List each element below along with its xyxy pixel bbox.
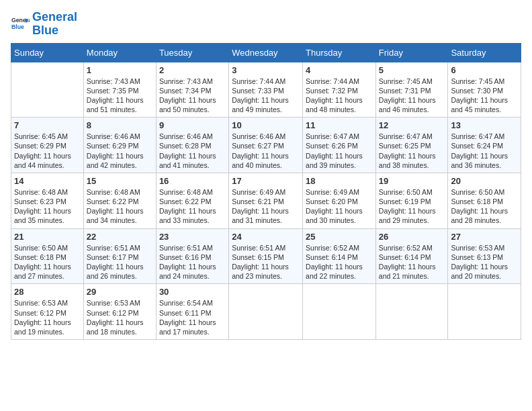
svg-text:Blue: Blue	[11, 24, 24, 30]
day-number: 14	[14, 176, 81, 186]
day-info: Sunrise: 6:46 AMSunset: 6:27 PMDaylight:…	[232, 132, 300, 170]
header-cell-friday: Friday	[375, 43, 448, 62]
day-number: 29	[87, 287, 153, 297]
day-info: Sunrise: 6:47 AMSunset: 6:25 PMDaylight:…	[379, 132, 445, 170]
header-cell-saturday: Saturday	[448, 43, 521, 62]
day-info: Sunrise: 6:53 AMSunset: 6:13 PMDaylight:…	[451, 243, 518, 281]
day-cell: 17Sunrise: 6:49 AMSunset: 6:21 PMDayligh…	[229, 173, 303, 228]
day-cell: 10Sunrise: 6:46 AMSunset: 6:27 PMDayligh…	[229, 118, 303, 173]
day-info: Sunrise: 6:52 AMSunset: 6:14 PMDaylight:…	[379, 243, 445, 281]
day-number: 4	[306, 65, 373, 75]
day-cell: 3Sunrise: 7:44 AMSunset: 7:33 PMDaylight…	[229, 62, 303, 118]
day-number: 28	[14, 287, 81, 297]
header-cell-tuesday: Tuesday	[156, 43, 228, 62]
day-cell: 9Sunrise: 6:46 AMSunset: 6:28 PMDaylight…	[156, 118, 228, 173]
day-info: Sunrise: 6:46 AMSunset: 6:29 PMDaylight:…	[87, 132, 153, 170]
day-number: 1	[87, 65, 153, 75]
calendar-body: 1Sunrise: 7:43 AMSunset: 7:35 PMDaylight…	[11, 62, 521, 339]
day-cell: 12Sunrise: 6:47 AMSunset: 6:25 PMDayligh…	[375, 118, 448, 173]
day-info: Sunrise: 6:48 AMSunset: 6:23 PMDaylight:…	[14, 187, 81, 226]
day-number: 26	[379, 232, 445, 242]
day-info: Sunrise: 6:51 AMSunset: 6:16 PMDaylight:…	[159, 243, 226, 281]
day-number: 7	[14, 120, 81, 130]
day-cell: 14Sunrise: 6:48 AMSunset: 6:23 PMDayligh…	[11, 173, 84, 228]
header-cell-wednesday: Wednesday	[229, 43, 303, 62]
day-info: Sunrise: 6:46 AMSunset: 6:28 PMDaylight:…	[159, 132, 226, 170]
logo: General Blue GeneralBlue	[11, 11, 77, 38]
header-cell-thursday: Thursday	[303, 43, 376, 62]
logo-icon: General Blue	[11, 15, 30, 34]
day-info: Sunrise: 6:47 AMSunset: 6:26 PMDaylight:…	[306, 132, 373, 170]
day-cell: 18Sunrise: 6:49 AMSunset: 6:20 PMDayligh…	[303, 173, 376, 228]
day-number: 16	[159, 176, 226, 186]
calendar-table: SundayMondayTuesdayWednesdayThursdayFrid…	[11, 43, 521, 340]
day-info: Sunrise: 6:53 AMSunset: 6:12 PMDaylight:…	[87, 298, 153, 336]
day-number: 22	[87, 232, 153, 242]
week-row-3: 14Sunrise: 6:48 AMSunset: 6:23 PMDayligh…	[11, 173, 521, 228]
day-number: 13	[451, 120, 518, 130]
header-row: SundayMondayTuesdayWednesdayThursdayFrid…	[11, 43, 521, 62]
day-info: Sunrise: 6:50 AMSunset: 6:19 PMDaylight:…	[379, 187, 445, 226]
day-info: Sunrise: 7:44 AMSunset: 7:33 PMDaylight:…	[232, 77, 300, 115]
day-cell: 19Sunrise: 6:50 AMSunset: 6:19 PMDayligh…	[375, 173, 448, 228]
day-cell: 29Sunrise: 6:53 AMSunset: 6:12 PMDayligh…	[83, 284, 156, 340]
day-cell: 5Sunrise: 7:45 AMSunset: 7:31 PMDaylight…	[375, 62, 448, 118]
day-number: 30	[159, 287, 226, 297]
day-cell: 20Sunrise: 6:50 AMSunset: 6:18 PMDayligh…	[448, 173, 521, 228]
day-cell: 16Sunrise: 6:48 AMSunset: 6:22 PMDayligh…	[156, 173, 228, 228]
day-cell: 26Sunrise: 6:52 AMSunset: 6:14 PMDayligh…	[375, 228, 448, 284]
day-number: 25	[306, 232, 373, 242]
day-info: Sunrise: 7:45 AMSunset: 7:30 PMDaylight:…	[451, 77, 518, 115]
day-number: 20	[451, 176, 518, 186]
day-info: Sunrise: 6:48 AMSunset: 6:22 PMDaylight:…	[87, 187, 153, 226]
day-cell: 11Sunrise: 6:47 AMSunset: 6:26 PMDayligh…	[303, 118, 376, 173]
day-info: Sunrise: 6:54 AMSunset: 6:11 PMDaylight:…	[159, 298, 226, 336]
day-number: 19	[379, 176, 445, 186]
day-info: Sunrise: 7:43 AMSunset: 7:35 PMDaylight:…	[87, 77, 153, 115]
day-cell	[11, 62, 84, 118]
day-number: 23	[159, 232, 226, 242]
day-cell	[448, 284, 521, 340]
day-info: Sunrise: 6:50 AMSunset: 6:18 PMDaylight:…	[451, 187, 518, 226]
day-info: Sunrise: 6:49 AMSunset: 6:20 PMDaylight:…	[306, 187, 373, 226]
day-cell: 28Sunrise: 6:53 AMSunset: 6:12 PMDayligh…	[11, 284, 84, 340]
day-info: Sunrise: 7:43 AMSunset: 7:34 PMDaylight:…	[159, 77, 226, 115]
day-cell: 8Sunrise: 6:46 AMSunset: 6:29 PMDaylight…	[83, 118, 156, 173]
day-info: Sunrise: 7:45 AMSunset: 7:31 PMDaylight:…	[379, 77, 445, 115]
week-row-2: 7Sunrise: 6:45 AMSunset: 6:29 PMDaylight…	[11, 118, 521, 173]
day-number: 10	[232, 120, 300, 130]
page-header: General Blue GeneralBlue	[11, 11, 521, 38]
day-info: Sunrise: 6:48 AMSunset: 6:22 PMDaylight:…	[159, 187, 226, 226]
day-cell: 25Sunrise: 6:52 AMSunset: 6:14 PMDayligh…	[303, 228, 376, 284]
header-cell-monday: Monday	[83, 43, 156, 62]
day-cell	[375, 284, 448, 340]
day-number: 12	[379, 120, 445, 130]
day-cell: 24Sunrise: 6:51 AMSunset: 6:15 PMDayligh…	[229, 228, 303, 284]
header-cell-sunday: Sunday	[11, 43, 84, 62]
day-info: Sunrise: 6:52 AMSunset: 6:14 PMDaylight:…	[306, 243, 373, 281]
day-cell: 30Sunrise: 6:54 AMSunset: 6:11 PMDayligh…	[156, 284, 228, 340]
day-info: Sunrise: 7:44 AMSunset: 7:32 PMDaylight:…	[306, 77, 373, 115]
day-info: Sunrise: 6:45 AMSunset: 6:29 PMDaylight:…	[14, 132, 81, 170]
day-number: 18	[306, 176, 373, 186]
day-info: Sunrise: 6:51 AMSunset: 6:15 PMDaylight:…	[232, 243, 300, 281]
day-info: Sunrise: 6:50 AMSunset: 6:18 PMDaylight:…	[14, 243, 81, 281]
day-cell: 15Sunrise: 6:48 AMSunset: 6:22 PMDayligh…	[83, 173, 156, 228]
day-cell: 27Sunrise: 6:53 AMSunset: 6:13 PMDayligh…	[448, 228, 521, 284]
week-row-1: 1Sunrise: 7:43 AMSunset: 7:35 PMDaylight…	[11, 62, 521, 118]
day-number: 6	[451, 65, 518, 75]
day-number: 24	[232, 232, 300, 242]
day-info: Sunrise: 6:47 AMSunset: 6:24 PMDaylight:…	[451, 132, 518, 170]
day-number: 17	[232, 176, 300, 186]
day-cell	[303, 284, 376, 340]
day-cell: 2Sunrise: 7:43 AMSunset: 7:34 PMDaylight…	[156, 62, 228, 118]
day-cell: 7Sunrise: 6:45 AMSunset: 6:29 PMDaylight…	[11, 118, 84, 173]
day-info: Sunrise: 6:51 AMSunset: 6:17 PMDaylight:…	[87, 243, 153, 281]
day-cell: 21Sunrise: 6:50 AMSunset: 6:18 PMDayligh…	[11, 228, 84, 284]
day-cell: 1Sunrise: 7:43 AMSunset: 7:35 PMDaylight…	[83, 62, 156, 118]
day-number: 2	[159, 65, 226, 75]
week-row-4: 21Sunrise: 6:50 AMSunset: 6:18 PMDayligh…	[11, 228, 521, 284]
day-number: 15	[87, 176, 153, 186]
day-info: Sunrise: 6:53 AMSunset: 6:12 PMDaylight:…	[14, 298, 81, 336]
logo-text: GeneralBlue	[32, 11, 77, 38]
